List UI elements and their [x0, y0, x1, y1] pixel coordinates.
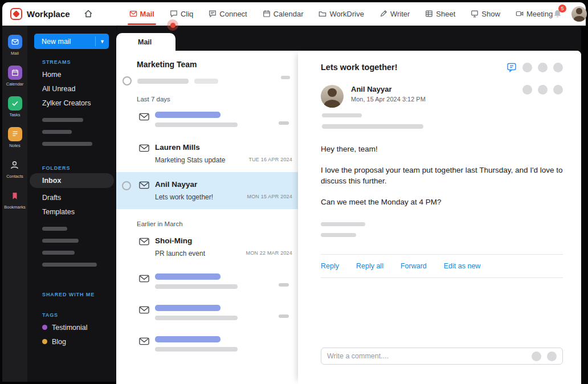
rail-item-calendar[interactable]: Calendar — [6, 66, 23, 87]
email-sender: Shoi-Ming — [155, 236, 290, 245]
envelope-icon — [139, 275, 149, 283]
topnav-cliq[interactable]: Cliq — [170, 10, 193, 18]
skeleton-bar — [194, 79, 218, 84]
skeleton-bar — [155, 347, 238, 352]
comment-icon[interactable] — [507, 62, 517, 72]
sidebar-item-drafts[interactable]: Drafts — [27, 190, 116, 205]
skeleton-bar — [42, 227, 67, 231]
email-item-shoi-ming[interactable]: Shoi-Ming PR launch event MON 22 MAR 202… — [116, 228, 298, 265]
chevron-down-icon[interactable]: ▼ — [95, 36, 109, 46]
skeleton-bar — [155, 316, 238, 320]
topnav-sheet[interactable]: Sheet — [425, 10, 455, 18]
email-item-skeleton[interactable] — [116, 104, 298, 135]
panels: Marketing Team Last 7 days Lauren Mills — [116, 51, 581, 384]
section-label-recent: Last 7 days — [137, 96, 298, 103]
tasks-app-icon — [8, 96, 22, 111]
email-item-skeleton[interactable] — [116, 328, 298, 360]
workplace-logo-icon — [10, 8, 22, 20]
skeleton-bar — [42, 251, 75, 255]
sidebar-item-zylker-creators[interactable]: Zylker Creators — [27, 96, 116, 110]
topnav-workdrive[interactable]: WorkDrive — [318, 10, 364, 18]
rail-item-tasks[interactable]: Tasks — [8, 96, 22, 117]
pen-icon — [379, 10, 387, 18]
topnav-writer[interactable]: Writer — [379, 10, 410, 18]
scrollbar-thumb[interactable] — [281, 76, 290, 79]
sidebar-item-all-unread[interactable]: All Unread — [27, 81, 116, 96]
placeholder-action-circle — [553, 85, 563, 95]
topnav-calendar[interactable]: Calendar — [263, 10, 304, 18]
select-all-checkbox[interactable] — [122, 76, 132, 85]
skeleton-bar — [155, 284, 238, 289]
forward-link[interactable]: Forward — [401, 262, 427, 270]
brand-name: Workplace — [27, 9, 70, 19]
app-rail: Mail Calendar Tasks Notes Contacts Bookm… — [2, 26, 27, 382]
section-label-older: Earlier in March — [137, 220, 298, 227]
rail-item-contacts[interactable]: Contacts — [6, 158, 23, 179]
tab-mail[interactable]: Mail — [116, 33, 175, 51]
edit-as-new-link[interactable]: Edit as new — [444, 262, 481, 270]
tag-color-dot — [42, 339, 47, 344]
body-paragraph: Hey there, team! — [321, 144, 563, 155]
skeleton-bar — [155, 273, 220, 280]
email-item-skeleton[interactable] — [116, 265, 298, 297]
notification-badge: 5 — [558, 5, 566, 13]
skeleton-bar — [42, 118, 83, 122]
rail-item-bookmarks[interactable]: Bookmarks — [4, 189, 26, 210]
mail-list-panel: Marketing Team Last 7 days Lauren Mills — [116, 51, 298, 384]
presentation-icon — [471, 10, 479, 18]
select-all-row — [122, 76, 298, 85]
topnav-meeting[interactable]: Meeting — [516, 10, 553, 18]
topnav-show[interactable]: Show — [471, 10, 500, 18]
envelope-icon — [139, 113, 149, 121]
speech-icon — [209, 10, 217, 18]
home-icon[interactable] — [84, 9, 93, 18]
sidebar-tag-testimonial[interactable]: Testimonial — [27, 320, 116, 334]
placeholder-action-circle — [553, 63, 563, 72]
email-timestamp: Mon, 15 Apr 2024 3:12 PM — [351, 96, 426, 103]
skeleton-bar — [321, 233, 356, 237]
sender-name: Anil Nayyar — [351, 85, 426, 93]
sidebar-item-home[interactable]: Home — [27, 67, 116, 81]
envelope-icon — [139, 337, 149, 345]
body-paragraph: Can we meet the Monday at 4 PM? — [321, 197, 563, 208]
shared-section-label: SHARED WITH ME — [42, 292, 116, 297]
calendar-app-icon — [8, 66, 22, 80]
reply-toolbar: Reply Reply all Forward Edit as new — [321, 255, 563, 277]
topnav-connect[interactable]: Connect — [209, 10, 247, 18]
placeholder-comment-circle — [532, 352, 541, 361]
topnav-mail[interactable]: Mail — [129, 10, 154, 18]
top-navigation: Mail Cliq Connect Calendar WorkDrive Wri… — [129, 10, 553, 18]
rail-item-mail[interactable]: Mail — [8, 35, 22, 56]
sidebar-tag-blog[interactable]: Blog — [27, 334, 116, 349]
comment-row — [321, 348, 563, 365]
email-item-skeleton[interactable] — [116, 297, 298, 328]
sidebar-item-templates[interactable]: Templates — [27, 205, 116, 219]
streams-section-label: STREAMS — [42, 59, 116, 65]
email-item-lauren-mills[interactable]: Lauren Mills Marketing Stats update TUE … — [116, 135, 298, 172]
mail-sidebar: New mail ▼ STREAMS Home All Unread Zylke… — [27, 26, 116, 382]
placeholder-comment-circle — [547, 352, 557, 361]
comment-input[interactable] — [327, 352, 526, 360]
reading-pane: Lets work together! Anil Nayyar Mon, 15 … — [298, 51, 581, 384]
skeleton-bar — [321, 222, 365, 226]
video-camera-icon — [516, 10, 524, 18]
skeleton-bar — [155, 305, 220, 311]
envelope-icon — [139, 144, 149, 152]
sidebar-item-inbox[interactable]: Inbox — [30, 173, 114, 188]
placeholder-action-circle — [522, 85, 532, 95]
skeleton-bar — [155, 122, 238, 127]
new-mail-button[interactable]: New mail ▼ — [34, 34, 109, 49]
email-item-anil-nayyar[interactable]: Anil Nayyar Lets work together! MON 15 A… — [116, 172, 298, 209]
notifications-button[interactable]: 5 — [553, 9, 562, 19]
mail-app-icon — [8, 35, 22, 49]
user-avatar[interactable] — [571, 6, 587, 22]
tag-color-dot — [42, 325, 47, 330]
divider — [321, 277, 563, 278]
email-sender: Lauren Mills — [155, 143, 290, 152]
rail-item-notes[interactable]: Notes — [8, 127, 22, 148]
bookmarks-app-icon — [7, 189, 22, 203]
reply-link[interactable]: Reply — [321, 262, 339, 270]
reply-all-link[interactable]: Reply all — [356, 262, 383, 270]
email-checkbox[interactable] — [122, 181, 131, 190]
skeleton-bar — [42, 130, 72, 134]
